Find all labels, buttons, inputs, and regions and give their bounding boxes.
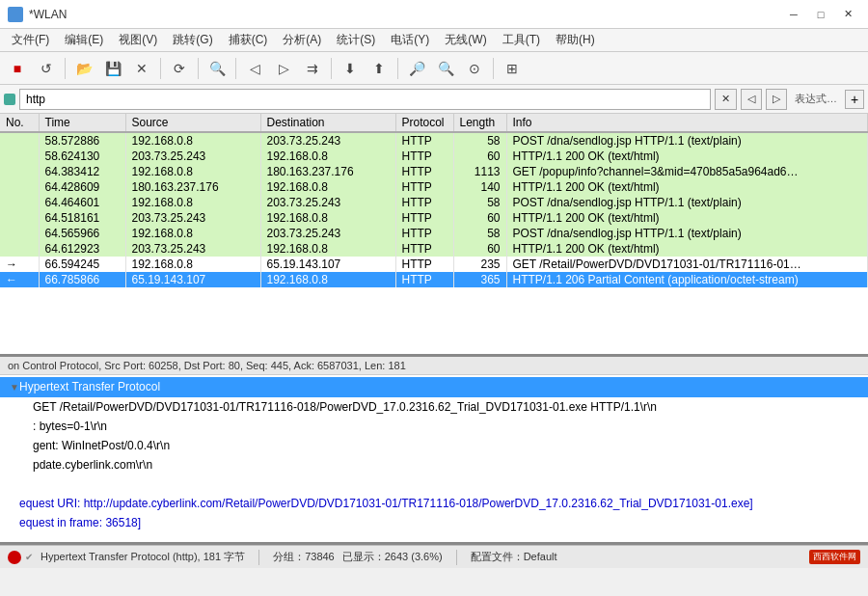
col-header-info[interactable]: Info xyxy=(506,114,868,132)
packet-list-scroll[interactable]: No. Time Source Destination Protocol Len… xyxy=(0,114,868,357)
filter-arrow1-button[interactable]: ◁ xyxy=(741,89,762,110)
cell-destination: 203.73.25.243 xyxy=(260,195,395,210)
detail-row[interactable]: equest in frame: 36518] xyxy=(0,513,868,532)
detail-row[interactable] xyxy=(0,474,868,494)
cell-destination: 192.168.0.8 xyxy=(260,210,395,226)
col-header-no[interactable]: No. xyxy=(0,114,39,132)
menu-item-e[interactable]: 编辑(E) xyxy=(57,30,111,50)
menu-item-g[interactable]: 跳转(G) xyxy=(165,30,220,50)
detail-link[interactable]: nse in frame: 69952] xyxy=(19,535,124,537)
go-back-button[interactable]: ◁ xyxy=(241,55,268,82)
cell-destination: 192.168.0.8 xyxy=(260,179,395,195)
stop-capture-button[interactable]: ■ xyxy=(4,55,31,82)
cell-protocol: HTTP xyxy=(395,210,453,226)
col-header-source[interactable]: Source xyxy=(125,114,260,132)
menu-item-h[interactable]: 帮助(H) xyxy=(548,30,603,50)
minimize-button[interactable]: ─ xyxy=(781,5,806,24)
cell-source: 180.163.237.176 xyxy=(125,179,260,195)
cell-source: 65.19.143.107 xyxy=(125,272,260,287)
status-group: 分组：73846 xyxy=(273,550,335,564)
expression-label[interactable]: 表达式… xyxy=(791,92,841,106)
detail-content[interactable]: ▼Hypertext Transfer ProtocolGET /Retail/… xyxy=(0,375,868,537)
col-header-time[interactable]: Time xyxy=(39,114,125,132)
cell-info: POST /dna/sendlog.jsp HTTP/1.1 (text/pla… xyxy=(506,195,868,210)
cell-source: 192.168.0.8 xyxy=(125,164,260,179)
title-bar: *WLAN ─ □ ✕ xyxy=(0,0,868,29)
app-icon xyxy=(8,7,23,22)
find-packet-button[interactable]: 🔍 xyxy=(203,55,231,82)
go-fwd-button[interactable]: ▷ xyxy=(270,55,297,82)
menu-item-y[interactable]: 电话(Y) xyxy=(383,30,437,50)
detail-link[interactable]: equest URI: http://update.cyberlink.com/… xyxy=(19,497,753,510)
menu-item-s[interactable]: 统计(S) xyxy=(329,30,383,50)
restart-capture-button[interactable]: ↺ xyxy=(33,55,60,82)
status-profile: 配置文件：Default xyxy=(471,550,557,564)
table-row[interactable]: 58.572886192.168.0.8203.73.25.243HTTP58P… xyxy=(0,132,868,149)
detail-pane: on Control Protocol, Src Port: 60258, Ds… xyxy=(0,357,868,545)
filter-down-button[interactable]: ⬇ xyxy=(337,55,364,82)
cell-protocol: HTTP xyxy=(395,149,453,164)
detail-text: GET /Retail/PowerDVD/DVD171031-01/TR1711… xyxy=(33,400,657,414)
detail-row[interactable]: gent: WinInetPost/0.0.4\r\n xyxy=(0,436,868,455)
cell-time: 64.383412 xyxy=(39,164,125,179)
detail-row[interactable]: pdate.cyberlink.com\r\n xyxy=(0,455,868,474)
menu-item-v[interactable]: 视图(V) xyxy=(111,30,165,50)
expand-icon: ▼ xyxy=(10,379,19,396)
table-row[interactable]: 64.383412192.168.0.8180.163.237.176HTTP1… xyxy=(0,164,868,179)
table-row[interactable]: 64.464601192.168.0.8203.73.25.243HTTP58P… xyxy=(0,195,868,210)
filter-arrow2-button[interactable]: ▷ xyxy=(766,89,787,110)
table-row[interactable]: 64.428609180.163.237.176192.168.0.8HTTP1… xyxy=(0,179,868,195)
col-header-protocol[interactable]: Protocol xyxy=(395,114,453,132)
add-filter-button[interactable]: + xyxy=(845,90,864,109)
toolbar: ■ ↺ 📂 💾 ✕ ⟳ 🔍 ◁ ▷ ⇉ ⬇ ⬆ 🔎 🔍 ⊙ ⊞ xyxy=(0,52,868,85)
maximize-button[interactable]: □ xyxy=(808,5,833,24)
cell-protocol: HTTP xyxy=(395,257,453,272)
cell-no: ← xyxy=(0,272,39,287)
menu-item-c[interactable]: 捕获(C) xyxy=(221,30,276,50)
detail-pane-header: on Control Protocol, Src Port: 60258, Ds… xyxy=(0,357,868,375)
table-row[interactable]: 64.565966192.168.0.8203.73.25.243HTTP58P… xyxy=(0,226,868,241)
coloring-button[interactable]: ⊞ xyxy=(499,55,526,82)
close-button[interactable]: ✕ xyxy=(835,5,860,24)
filter-input[interactable]: http xyxy=(19,89,711,110)
go-to-button[interactable]: ⇉ xyxy=(299,55,326,82)
cell-source: 203.73.25.243 xyxy=(125,149,260,164)
cell-source: 192.168.0.8 xyxy=(125,226,260,241)
open-file-button[interactable]: 📂 xyxy=(70,55,97,82)
col-header-length[interactable]: Length xyxy=(453,114,506,132)
detail-row[interactable]: : bytes=0-1\r\n xyxy=(0,417,868,436)
menu-item-w[interactable]: 无线(W) xyxy=(437,30,494,50)
col-header-destination[interactable]: Destination xyxy=(260,114,395,132)
zoom-out-button[interactable]: 🔍 xyxy=(432,55,459,82)
filter-clear-button[interactable]: ✕ xyxy=(715,89,737,110)
status-displayed: 已显示：2643 (3.6%) xyxy=(342,550,443,564)
table-row[interactable]: 64.518161203.73.25.243192.168.0.8HTTP60H… xyxy=(0,210,868,226)
detail-row[interactable]: GET /Retail/PowerDVD/DVD171031-01/TR1711… xyxy=(0,397,868,417)
cell-no xyxy=(0,241,39,257)
detail-row[interactable]: equest URI: http://update.cyberlink.com/… xyxy=(0,494,868,513)
detail-link[interactable]: equest in frame: 36518] xyxy=(19,516,141,529)
detail-row[interactable]: nse in frame: 69952] xyxy=(0,532,868,537)
filter-up-button[interactable]: ⬆ xyxy=(366,55,393,82)
cell-source: 203.73.25.243 xyxy=(125,241,260,257)
cell-info: POST /dna/sendlog.jsp HTTP/1.1 (text/pla… xyxy=(506,132,868,149)
packet-table: No. Time Source Destination Protocol Len… xyxy=(0,114,868,287)
table-row[interactable]: 58.624130203.73.25.243192.168.0.8HTTP60H… xyxy=(0,149,868,164)
cell-protocol: HTTP xyxy=(395,241,453,257)
window-title: *WLAN xyxy=(29,8,67,21)
close-file-button[interactable]: ✕ xyxy=(128,55,155,82)
zoom-reset-button[interactable]: ⊙ xyxy=(461,55,488,82)
table-row[interactable]: 64.612923203.73.25.243192.168.0.8HTTP60H… xyxy=(0,241,868,257)
table-row[interactable]: →66.594245192.168.0.865.19.143.107HTTP23… xyxy=(0,257,868,272)
detail-row[interactable]: ▼Hypertext Transfer Protocol xyxy=(0,377,868,397)
zoom-in-button[interactable]: 🔎 xyxy=(403,55,430,82)
menu-item-a[interactable]: 分析(A) xyxy=(275,30,329,50)
cell-info: HTTP/1.1 200 OK (text/html) xyxy=(506,210,868,226)
cell-protocol: HTTP xyxy=(395,179,453,195)
cell-no: → xyxy=(0,257,39,272)
reload-button[interactable]: ⟳ xyxy=(166,55,193,82)
save-file-button[interactable]: 💾 xyxy=(99,55,126,82)
menu-item-t[interactable]: 工具(T) xyxy=(495,30,548,50)
table-row[interactable]: ←66.78586665.19.143.107192.168.0.8HTTP36… xyxy=(0,272,868,287)
menu-item-f[interactable]: 文件(F) xyxy=(4,30,57,50)
